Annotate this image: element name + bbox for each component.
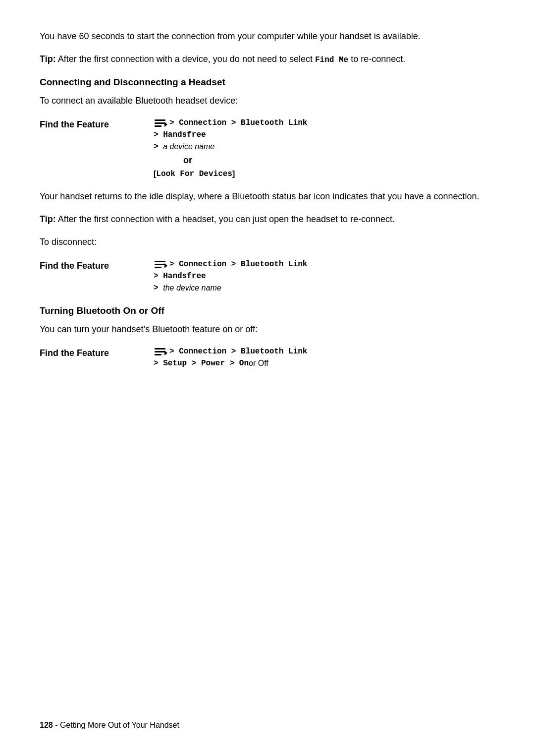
feature2-line2: > Handsfree	[154, 270, 307, 282]
feature3-line1: > Connection > Bluetooth Link	[154, 346, 307, 357]
svg-rect-2	[155, 125, 161, 127]
section1-heading: Connecting and Disconnecting a Headset	[40, 75, 495, 90]
feature1-line3: > a device name	[154, 141, 307, 153]
find-feature-label-3: Find the Feature	[40, 346, 149, 360]
svg-rect-9	[155, 351, 165, 352]
feature-path-2: > Connection > Bluetooth Link > Handsfre…	[149, 258, 307, 294]
footer: 128 - Getting More Out of Your Handset	[40, 719, 179, 731]
feature1-look-for-devices: [Look For Devices]	[154, 168, 307, 180]
tip1-paragraph: Tip: After the first connection with a d…	[40, 53, 495, 66]
tip2-bold-label: Tip:	[40, 214, 56, 224]
tip2-text: After the first connection with a headse…	[56, 214, 395, 224]
section1-intro: To connect an available Bluetooth headse…	[40, 94, 495, 108]
feature3-line1-text: > Connection > Bluetooth Link	[169, 346, 307, 357]
look-for-devices-label: Look For Devices	[156, 168, 232, 180]
menu-icon-2	[154, 260, 167, 270]
feature-path-3: > Connection > Bluetooth Link > Setup > …	[149, 346, 307, 369]
feature1-line2: > Handsfree	[154, 129, 307, 141]
find-feature-block-3: Find the Feature > Connection > Bluetoot…	[40, 346, 495, 369]
svg-rect-8	[155, 348, 165, 349]
svg-rect-0	[155, 119, 165, 121]
footer-text: - Getting More Out of Your Handset	[53, 721, 179, 729]
menu-icon-3	[154, 347, 167, 357]
feature1-line1-text: > Connection > Bluetooth Link	[169, 117, 307, 129]
device-name-italic-1: a device name	[163, 141, 214, 153]
tip1-suffix: to re-connect.	[348, 54, 405, 64]
feature2-line1-text: > Connection > Bluetooth Link	[169, 258, 307, 270]
feature1-or: or	[154, 154, 307, 167]
feature-path-1: > Connection > Bluetooth Link > Handsfre…	[149, 117, 307, 180]
find-feature-label-2: Find the Feature	[40, 258, 149, 273]
svg-rect-6	[155, 267, 161, 268]
svg-marker-7	[164, 263, 167, 268]
find-me-label: Find Me	[315, 56, 348, 64]
menu-icon-1	[154, 118, 167, 128]
find-feature-block-2: Find the Feature > Connection > Bluetoot…	[40, 258, 495, 294]
svg-rect-1	[155, 122, 165, 124]
tip1-text: After the first connection with a device…	[56, 54, 315, 64]
section2-intro: You can turn your handset’s Bluetooth fe…	[40, 323, 495, 337]
section2-heading: Turning Bluetooth On or Off	[40, 304, 495, 318]
find-feature-label-1: Find the Feature	[40, 117, 149, 131]
svg-marker-11	[164, 350, 167, 355]
footer-page: 128	[40, 721, 53, 729]
feature1-line1: > Connection > Bluetooth Link	[154, 117, 307, 129]
feature3-line2: > Setup > Power > On or Off	[154, 357, 307, 369]
tip2-paragraph: Tip: After the first connection with a h…	[40, 213, 495, 227]
device-name-italic-2: the device name	[163, 282, 221, 294]
feature2-line1: > Connection > Bluetooth Link	[154, 258, 307, 270]
handset-returns-paragraph: Your handset returns to the idle display…	[40, 190, 495, 204]
content-area: You have 60 seconds to start the connect…	[40, 30, 495, 369]
tip1-bold-label: Tip:	[40, 54, 56, 64]
svg-rect-10	[155, 354, 161, 355]
find-feature-block-1: Find the Feature > Connection > Bluetoot…	[40, 117, 495, 180]
to-disconnect-text: To disconnect:	[40, 235, 495, 249]
intro-text: You have 60 seconds to start the connect…	[40, 31, 421, 41]
svg-rect-4	[155, 261, 165, 262]
svg-rect-5	[155, 264, 165, 265]
feature3-or-off: or Off	[249, 357, 268, 369]
svg-marker-3	[164, 122, 167, 127]
feature2-line3: > the device name	[154, 282, 307, 294]
intro-paragraph: You have 60 seconds to start the connect…	[40, 30, 495, 44]
